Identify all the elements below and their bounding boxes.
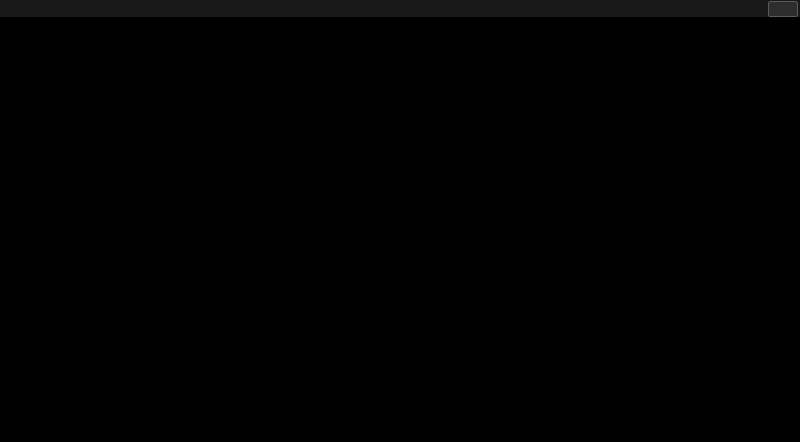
oscilloscope-app (0, 0, 800, 442)
undo-button[interactable] (768, 1, 798, 17)
descriptor-bar (0, 406, 800, 442)
menu-bar (0, 0, 800, 18)
measure-table (0, 336, 800, 406)
menu-right (762, 1, 800, 17)
plots-svg[interactable] (0, 17, 800, 336)
graph-area (0, 17, 800, 336)
